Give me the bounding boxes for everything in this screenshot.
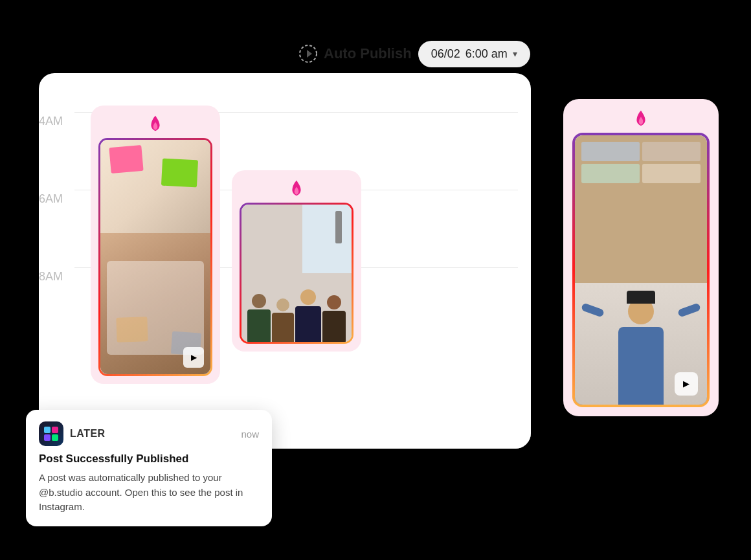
meeting-image: [241, 205, 352, 342]
app-name: LATER: [70, 428, 106, 440]
cork-item-3: [581, 164, 640, 183]
flame-icon-1: [144, 115, 167, 138]
icon-dot-3: [44, 434, 50, 441]
cork-item-4: [642, 164, 701, 183]
auto-publish-icon: [298, 43, 319, 64]
time-labels: 4AM 6AM 8AM: [39, 112, 63, 345]
flame-icon-3: [629, 109, 653, 133]
time-label-8am: 8AM: [39, 267, 63, 345]
post-image-2: [240, 203, 353, 344]
notification-app: LATER: [39, 421, 106, 446]
app-icon-inner: [44, 427, 58, 441]
sticky-note-green: [161, 158, 198, 187]
date-value: 06/02: [431, 47, 460, 61]
post-card-1[interactable]: ▶: [91, 106, 220, 384]
date-time-badge[interactable]: 06/02 6:00 am ▾: [418, 41, 530, 67]
notification-body: A post was automatically published to yo…: [39, 471, 259, 515]
calendar-card: 4AM 6AM 8AM: [39, 73, 531, 449]
people-group: [241, 289, 352, 342]
notification-card[interactable]: LATER now Post Successfully Published A …: [26, 410, 272, 526]
right-card-image: ▶: [572, 133, 710, 407]
person-figure: [618, 291, 664, 405]
post-card-2[interactable]: [232, 170, 361, 352]
icon-dot-2: [52, 427, 58, 433]
notification-title: Post Successfully Published: [39, 453, 259, 465]
window: [302, 205, 352, 273]
person-standing-image: [575, 135, 707, 405]
time-value: 6:00 am: [465, 47, 508, 61]
cork-item-1: [581, 142, 640, 161]
auto-publish-badge: Auto Publish 06/02 6:00 am ▾: [298, 41, 530, 67]
play-button-1[interactable]: ▶: [183, 347, 204, 368]
corkboard: [575, 135, 707, 284]
person-body: [618, 327, 664, 405]
sticky-note-pink: [109, 144, 143, 173]
app-icon: [39, 421, 63, 446]
notification-header: LATER now: [39, 421, 259, 446]
right-post-card[interactable]: ▶: [563, 99, 719, 416]
posts-area: ▶: [91, 106, 361, 384]
icon-dot-4: [52, 434, 58, 441]
chevron-down-icon: ▾: [513, 49, 517, 59]
svg-marker-1: [307, 50, 312, 58]
cork-item-2: [642, 142, 701, 161]
scene: Auto Publish 06/02 6:00 am ▾ 4AM 6AM 8AM: [19, 21, 732, 539]
play-button-right[interactable]: ▶: [675, 372, 698, 396]
time-label-6am: 6AM: [39, 190, 63, 267]
sketch-overlay: [107, 261, 204, 355]
notification-time: now: [241, 429, 259, 440]
auto-publish-text: Auto Publish: [324, 45, 412, 62]
icon-dot-1: [44, 427, 50, 433]
flame-icon-2: [285, 179, 308, 203]
auto-publish-label: Auto Publish: [298, 43, 412, 64]
lamp: [335, 211, 342, 243]
post-image-1: ▶: [98, 138, 212, 376]
corkboard-items: [581, 142, 701, 183]
person-hat: [627, 291, 655, 304]
time-label-4am: 4AM: [39, 112, 63, 190]
